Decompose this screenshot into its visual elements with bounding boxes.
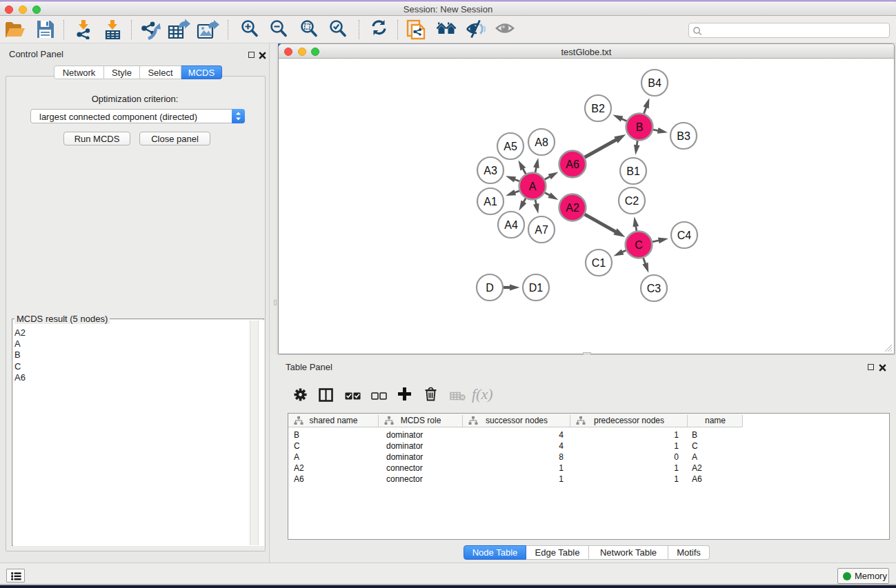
svg-text:D1: D1 [529,282,544,294]
svg-text:B2: B2 [591,103,605,114]
svg-text:A8: A8 [535,136,548,148]
svg-text:B4: B4 [648,77,661,89]
svg-text:A: A [529,181,537,192]
svg-text:A4: A4 [504,219,518,231]
svg-text:B1: B1 [626,165,640,177]
svg-text:A2: A2 [566,202,579,214]
svg-text:A1: A1 [484,196,497,207]
svg-text:A7: A7 [535,224,548,236]
svg-text:A5: A5 [504,141,517,152]
svg-text:D: D [486,282,494,294]
svg-text:A6: A6 [566,159,579,170]
svg-text:C3: C3 [647,283,661,294]
svg-text:C2: C2 [625,195,639,207]
svg-text:B: B [636,121,644,133]
svg-text:C: C [635,239,643,251]
svg-text:C1: C1 [592,257,606,269]
svg-text:A3: A3 [484,165,497,176]
svg-text:B3: B3 [677,130,690,142]
svg-text:C4: C4 [677,230,692,241]
